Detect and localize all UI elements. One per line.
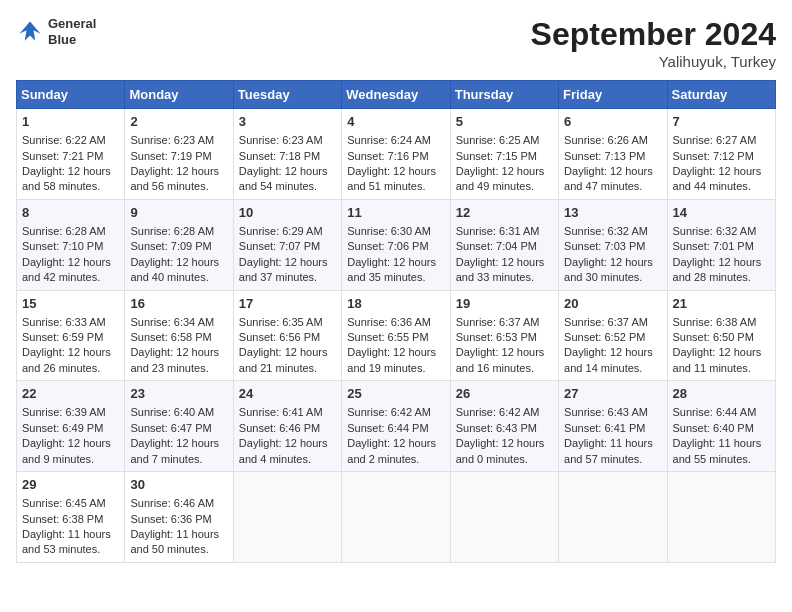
sunset-text: Sunset: 6:43 PM <box>456 421 553 436</box>
sunset-text: Sunset: 7:07 PM <box>239 239 336 254</box>
day-number: 11 <box>347 204 444 222</box>
calendar-day-cell: 28Sunrise: 6:44 AMSunset: 6:40 PMDayligh… <box>667 381 775 472</box>
day-number: 8 <box>22 204 119 222</box>
calendar-day-cell: 5Sunrise: 6:25 AMSunset: 7:15 PMDaylight… <box>450 109 558 200</box>
calendar-day-cell: 19Sunrise: 6:37 AMSunset: 6:53 PMDayligh… <box>450 290 558 381</box>
sunset-text: Sunset: 6:50 PM <box>673 330 770 345</box>
sunrise-text: Sunrise: 6:30 AM <box>347 224 444 239</box>
sunset-text: Sunset: 6:41 PM <box>564 421 661 436</box>
daylight-text: Daylight: 11 hours and 53 minutes. <box>22 527 119 558</box>
daylight-text: Daylight: 12 hours and 44 minutes. <box>673 164 770 195</box>
logo-icon <box>16 18 44 46</box>
sunrise-text: Sunrise: 6:40 AM <box>130 405 227 420</box>
sunset-text: Sunset: 6:46 PM <box>239 421 336 436</box>
daylight-text: Daylight: 12 hours and 26 minutes. <box>22 345 119 376</box>
daylight-text: Daylight: 12 hours and 51 minutes. <box>347 164 444 195</box>
day-number: 20 <box>564 295 661 313</box>
daylight-text: Daylight: 12 hours and 30 minutes. <box>564 255 661 286</box>
day-number: 2 <box>130 113 227 131</box>
page-subtitle: Yalihuyuk, Turkey <box>531 53 776 70</box>
logo-line1: General <box>48 16 96 32</box>
sunset-text: Sunset: 6:40 PM <box>673 421 770 436</box>
sunrise-text: Sunrise: 6:39 AM <box>22 405 119 420</box>
calendar-week-row: 29Sunrise: 6:45 AMSunset: 6:38 PMDayligh… <box>17 472 776 563</box>
calendar-day-cell: 9Sunrise: 6:28 AMSunset: 7:09 PMDaylight… <box>125 199 233 290</box>
day-number: 29 <box>22 476 119 494</box>
sunrise-text: Sunrise: 6:37 AM <box>564 315 661 330</box>
day-number: 10 <box>239 204 336 222</box>
day-number: 22 <box>22 385 119 403</box>
sunrise-text: Sunrise: 6:33 AM <box>22 315 119 330</box>
day-number: 28 <box>673 385 770 403</box>
day-number: 23 <box>130 385 227 403</box>
day-number: 19 <box>456 295 553 313</box>
daylight-text: Daylight: 12 hours and 19 minutes. <box>347 345 444 376</box>
daylight-text: Daylight: 12 hours and 23 minutes. <box>130 345 227 376</box>
day-number: 30 <box>130 476 227 494</box>
day-number: 5 <box>456 113 553 131</box>
sunset-text: Sunset: 6:36 PM <box>130 512 227 527</box>
daylight-text: Daylight: 12 hours and 14 minutes. <box>564 345 661 376</box>
daylight-text: Daylight: 12 hours and 4 minutes. <box>239 436 336 467</box>
daylight-text: Daylight: 12 hours and 37 minutes. <box>239 255 336 286</box>
sunrise-text: Sunrise: 6:22 AM <box>22 133 119 148</box>
calendar-day-cell: 29Sunrise: 6:45 AMSunset: 6:38 PMDayligh… <box>17 472 125 563</box>
sunset-text: Sunset: 6:47 PM <box>130 421 227 436</box>
calendar-header-row: SundayMondayTuesdayWednesdayThursdayFrid… <box>17 81 776 109</box>
calendar-day-cell: 3Sunrise: 6:23 AMSunset: 7:18 PMDaylight… <box>233 109 341 200</box>
day-number: 6 <box>564 113 661 131</box>
calendar-day-cell: 16Sunrise: 6:34 AMSunset: 6:58 PMDayligh… <box>125 290 233 381</box>
calendar-day-cell: 25Sunrise: 6:42 AMSunset: 6:44 PMDayligh… <box>342 381 450 472</box>
daylight-text: Daylight: 12 hours and 40 minutes. <box>130 255 227 286</box>
sunrise-text: Sunrise: 6:36 AM <box>347 315 444 330</box>
sunset-text: Sunset: 6:59 PM <box>22 330 119 345</box>
sunset-text: Sunset: 7:21 PM <box>22 149 119 164</box>
sunset-text: Sunset: 7:06 PM <box>347 239 444 254</box>
day-number: 24 <box>239 385 336 403</box>
calendar-day-cell: 6Sunrise: 6:26 AMSunset: 7:13 PMDaylight… <box>559 109 667 200</box>
calendar-day-cell: 15Sunrise: 6:33 AMSunset: 6:59 PMDayligh… <box>17 290 125 381</box>
calendar-week-row: 8Sunrise: 6:28 AMSunset: 7:10 PMDaylight… <box>17 199 776 290</box>
calendar-day-cell: 14Sunrise: 6:32 AMSunset: 7:01 PMDayligh… <box>667 199 775 290</box>
calendar-day-cell: 2Sunrise: 6:23 AMSunset: 7:19 PMDaylight… <box>125 109 233 200</box>
calendar-day-cell <box>667 472 775 563</box>
daylight-text: Daylight: 12 hours and 21 minutes. <box>239 345 336 376</box>
daylight-text: Daylight: 12 hours and 7 minutes. <box>130 436 227 467</box>
daylight-text: Daylight: 12 hours and 28 minutes. <box>673 255 770 286</box>
calendar-day-cell: 24Sunrise: 6:41 AMSunset: 6:46 PMDayligh… <box>233 381 341 472</box>
day-number: 26 <box>456 385 553 403</box>
sunset-text: Sunset: 6:49 PM <box>22 421 119 436</box>
calendar-day-cell: 20Sunrise: 6:37 AMSunset: 6:52 PMDayligh… <box>559 290 667 381</box>
sunset-text: Sunset: 7:04 PM <box>456 239 553 254</box>
sunrise-text: Sunrise: 6:44 AM <box>673 405 770 420</box>
calendar-day-cell: 22Sunrise: 6:39 AMSunset: 6:49 PMDayligh… <box>17 381 125 472</box>
day-number: 16 <box>130 295 227 313</box>
sunrise-text: Sunrise: 6:23 AM <box>130 133 227 148</box>
calendar-week-row: 22Sunrise: 6:39 AMSunset: 6:49 PMDayligh… <box>17 381 776 472</box>
daylight-text: Daylight: 12 hours and 33 minutes. <box>456 255 553 286</box>
day-number: 3 <box>239 113 336 131</box>
day-number: 9 <box>130 204 227 222</box>
sunrise-text: Sunrise: 6:46 AM <box>130 496 227 511</box>
sunrise-text: Sunrise: 6:35 AM <box>239 315 336 330</box>
calendar-day-cell: 10Sunrise: 6:29 AMSunset: 7:07 PMDayligh… <box>233 199 341 290</box>
sunset-text: Sunset: 7:18 PM <box>239 149 336 164</box>
daylight-text: Daylight: 12 hours and 56 minutes. <box>130 164 227 195</box>
daylight-text: Daylight: 12 hours and 47 minutes. <box>564 164 661 195</box>
daylight-text: Daylight: 12 hours and 16 minutes. <box>456 345 553 376</box>
calendar-day-cell: 8Sunrise: 6:28 AMSunset: 7:10 PMDaylight… <box>17 199 125 290</box>
daylight-text: Daylight: 11 hours and 57 minutes. <box>564 436 661 467</box>
calendar-day-cell <box>559 472 667 563</box>
sunrise-text: Sunrise: 6:45 AM <box>22 496 119 511</box>
sunset-text: Sunset: 7:01 PM <box>673 239 770 254</box>
calendar-day-cell: 23Sunrise: 6:40 AMSunset: 6:47 PMDayligh… <box>125 381 233 472</box>
sunset-text: Sunset: 7:19 PM <box>130 149 227 164</box>
weekday-header: Saturday <box>667 81 775 109</box>
daylight-text: Daylight: 12 hours and 2 minutes. <box>347 436 444 467</box>
logo-text: General Blue <box>48 16 96 47</box>
sunrise-text: Sunrise: 6:34 AM <box>130 315 227 330</box>
daylight-text: Daylight: 12 hours and 9 minutes. <box>22 436 119 467</box>
sunset-text: Sunset: 7:03 PM <box>564 239 661 254</box>
sunset-text: Sunset: 7:15 PM <box>456 149 553 164</box>
sunset-text: Sunset: 6:58 PM <box>130 330 227 345</box>
